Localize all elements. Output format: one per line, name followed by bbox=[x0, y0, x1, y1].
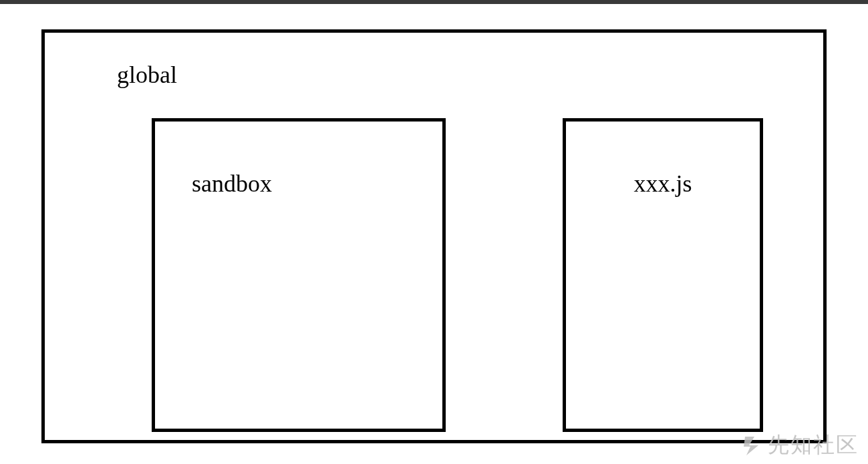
xxxjs-box: xxx.js bbox=[563, 118, 763, 432]
global-label: global bbox=[117, 61, 177, 89]
sandbox-label: sandbox bbox=[192, 170, 272, 198]
global-scope-box: global sandbox xxx.js bbox=[41, 29, 827, 443]
xxxjs-label: xxx.js bbox=[566, 170, 760, 198]
sandbox-box: sandbox bbox=[152, 118, 446, 432]
